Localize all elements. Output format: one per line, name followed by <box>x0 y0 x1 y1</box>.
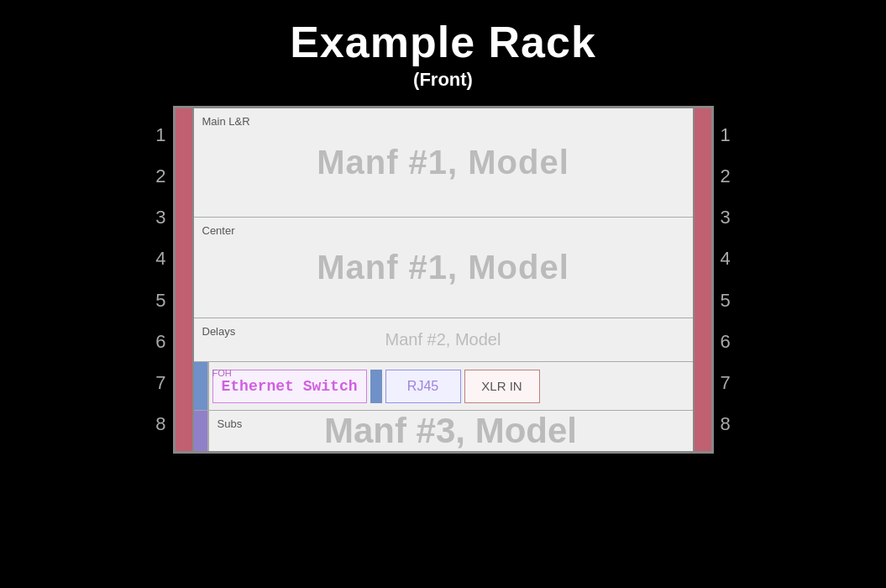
rack-num-left-3: 3 <box>155 208 165 227</box>
foh-xlr-box: XLR IN <box>464 370 540 403</box>
rack-num-right-7: 7 <box>721 374 731 392</box>
foh-rj45-text: RJ45 <box>407 379 438 394</box>
slot-main-lr: Main L&R Manf #1, Model <box>194 108 693 218</box>
slot-center-text: Manf #1, Model <box>194 249 693 286</box>
rack-right-strip <box>693 108 711 451</box>
foh-label: FOH <box>212 368 232 378</box>
rack-num-left-4: 4 <box>155 249 165 268</box>
rack-numbers-right: 1 2 3 4 5 6 7 8 <box>714 106 746 454</box>
subs-content: Subs Manf #3, Model <box>209 411 693 451</box>
slot-center-label: Center <box>202 224 235 237</box>
rack-num-right-5: 5 <box>721 291 731 310</box>
rack-num-left-6: 6 <box>155 333 165 351</box>
foh-content: FOH Ethernet Switch RJ45 XLR IN <box>209 366 693 407</box>
rack-area: 1 2 3 4 5 6 7 8 Main L&R Manf #1, Model … <box>141 106 746 454</box>
rack-slots: Main L&R Manf #1, Model Center Manf #1, … <box>194 108 693 451</box>
rack-num-left-7: 7 <box>155 374 165 392</box>
slot-delays: Delays Manf #2, Model <box>194 318 693 362</box>
rack-num-right-8: 8 <box>721 415 731 433</box>
rack-num-right-3: 3 <box>721 208 731 227</box>
rack-num-right-2: 2 <box>721 167 731 186</box>
rack-num-left-1: 1 <box>155 126 165 144</box>
rack-numbers-left: 1 2 3 4 5 6 7 8 <box>141 106 173 454</box>
slot-foh: FOH Ethernet Switch RJ45 XLR IN <box>194 362 693 411</box>
rack-num-right-6: 6 <box>721 333 731 351</box>
rack-left-strip <box>176 108 194 451</box>
foh-sep <box>370 370 382 403</box>
slot-subs: Subs Manf #3, Model <box>194 411 693 451</box>
page-title: Example Rack <box>290 17 596 67</box>
rack-num-left-5: 5 <box>155 291 165 310</box>
slot-delays-text: Manf #2, Model <box>194 330 693 349</box>
foh-ethernet-text: Ethernet Switch <box>222 378 358 395</box>
foh-rj45-box: RJ45 <box>385 370 461 403</box>
rack-num-right-1: 1 <box>721 126 731 144</box>
page-container: Example Rack (Front) 1 2 3 4 5 6 7 8 Mai… <box>0 0 886 588</box>
foh-ethernet-box: Ethernet Switch <box>212 370 367 403</box>
slot-main-lr-text: Manf #1, Model <box>194 144 693 181</box>
rack-num-right-4: 4 <box>721 249 731 268</box>
slot-center: Center Manf #1, Model <box>194 218 693 318</box>
slot-main-lr-label: Main L&R <box>202 115 250 128</box>
subs-left-accent <box>194 411 209 451</box>
rack-num-left-2: 2 <box>155 167 165 186</box>
foh-left-accent <box>194 362 209 410</box>
foh-xlr-text: XLR IN <box>481 379 522 393</box>
subs-center-text: Manf #3, Model <box>209 411 693 451</box>
subs-label: Subs <box>218 417 243 430</box>
rack-num-left-8: 8 <box>155 415 165 433</box>
page-subtitle: (Front) <box>413 69 473 91</box>
slot-delays-label: Delays <box>202 325 236 338</box>
rack-frame: Main L&R Manf #1, Model Center Manf #1, … <box>173 106 714 454</box>
